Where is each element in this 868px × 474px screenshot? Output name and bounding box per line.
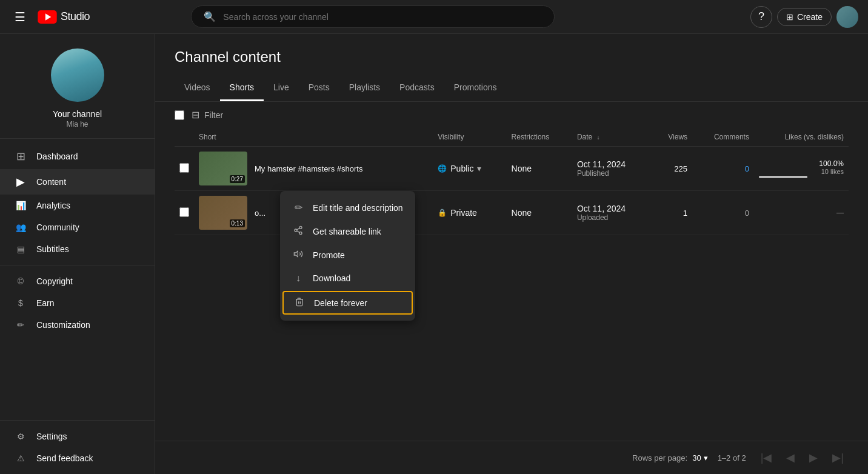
col-restrictions: Restrictions [507,128,572,147]
sidebar-item-settings[interactable]: ⚙ Settings [0,426,155,447]
filter-label: Filter [204,110,223,120]
avatar-image [836,6,858,28]
col-date[interactable]: Date ↓ [572,128,652,147]
row1-dropdown-icon[interactable]: ▾ [477,164,481,173]
filter-button[interactable]: ⊟ Filter [192,109,223,121]
row1-likes-count: 10 likes [759,168,844,175]
logo-text: Studio [61,10,90,23]
sidebar-item-label-subtitles: Subtitles [36,244,69,254]
logo[interactable]: Studio [38,10,90,24]
row1-video-cell: 0:27 My hamster #hamsters #shorts [199,152,428,185]
youtube-icon [38,10,57,24]
page-buttons: |◀ ◀ ▶ ▶| [756,449,849,467]
table-row: 0:13 o... 🔒 Private None [175,191,849,235]
row1-thumbnail: 0:27 [199,152,247,185]
sidebar-item-customization[interactable]: ✏ Customization [0,314,155,336]
context-item-download[interactable]: ↓ Download [280,267,415,290]
body: Your channel Mia he ⊞ Dashboard ▶ Conten… [0,34,868,474]
row2-comments-value: 0 [745,209,749,218]
sidebar-item-copyright[interactable]: © Copyright [0,270,155,292]
sidebar: Your channel Mia he ⊞ Dashboard ▶ Conten… [0,34,155,474]
earn-icon: $ [15,298,27,308]
context-item-edit[interactable]: ✏ Edit title and description [280,196,415,219]
row1-checkbox-cell [175,147,194,191]
tab-posts[interactable]: Posts [299,75,339,101]
col-checkbox [175,128,194,147]
select-all-checkbox[interactable] [175,110,184,120]
content-icon: ▶ [15,175,27,189]
row1-checkbox[interactable] [179,163,189,173]
sidebar-item-earn[interactable]: $ Earn [0,292,155,314]
copyright-icon: © [15,276,27,286]
toolbar: ⊟ Filter [155,102,868,128]
create-icon: ⊞ [786,12,793,22]
svg-point-2 [299,226,302,229]
tab-promotions[interactable]: Promotions [444,75,507,101]
page-title: Channel content [175,48,849,65]
next-page-button[interactable]: ▶ [804,449,823,467]
search-wrapper: 🔍 [191,5,555,28]
row1-title-cell: 0:27 My hamster #hamsters #shorts [194,147,433,191]
context-item-share[interactable]: Get shareable link [280,219,415,243]
sidebar-item-analytics[interactable]: 📊 Analytics [0,195,155,216]
help-button[interactable]: ? [750,6,772,28]
last-page-button[interactable]: ▶| [827,449,849,467]
search-input[interactable] [223,12,542,22]
row2-views: 1 [652,191,692,235]
sidebar-item-content[interactable]: ▶ Content [0,169,155,195]
context-item-delete[interactable]: Delete forever [282,291,413,315]
tab-shorts[interactable]: Shorts [220,75,264,101]
context-delete-label: Delete forever [314,298,367,308]
search-icon: 🔍 [204,11,216,22]
subtitles-icon: ▤ [15,244,27,254]
first-page-button[interactable]: |◀ [756,449,777,467]
context-download-label: Download [313,273,350,283]
prev-page-button[interactable]: ◀ [781,449,800,467]
rows-dropdown-icon: ▾ [704,453,708,462]
sidebar-item-label-dashboard: Dashboard [36,152,78,161]
row1-visibility-text: Public [450,164,473,173]
customization-icon: ✏ [15,320,27,330]
row2-dash: — [836,209,844,217]
row2-visibility-cell: 🔒 Private [433,191,506,235]
settings-icon: ⚙ [15,432,27,441]
table-header-row: Short Visibility Restrictions Date ↓ Vie… [175,128,849,147]
row2-restrictions: None [507,191,572,235]
tab-videos[interactable]: Videos [175,75,220,101]
tab-podcasts[interactable]: Podcasts [390,75,444,101]
sidebar-item-label-earn: Earn [36,298,55,308]
create-label: Create [797,12,823,22]
create-button[interactable]: ⊞ Create [777,8,832,26]
sidebar-item-send-feedback[interactable]: ⚠ Send feedback [0,447,155,469]
rows-per-page-label: Rows per page: [632,453,687,462]
sidebar-item-community[interactable]: 👥 Community [0,216,155,238]
share-icon [292,225,304,237]
tab-playlists[interactable]: Playlists [339,75,390,101]
row1-likes-fill [759,176,807,178]
sidebar-item-dashboard[interactable]: ⊞ Dashboard [0,144,155,169]
tab-live[interactable]: Live [264,75,299,101]
row2-likes-cell: — [754,191,849,235]
row2-checkbox[interactable] [179,207,189,217]
analytics-icon: 📊 [15,201,27,210]
row1-visibility: 🌐 Public ▾ [438,164,501,173]
sidebar-item-subtitles[interactable]: ▤ Subtitles [0,238,155,260]
row1-visibility-cell: 🌐 Public ▾ [433,147,506,191]
svg-line-5 [297,231,300,233]
menu-button[interactable]: ☰ [10,5,30,29]
dashboard-icon: ⊞ [15,150,27,163]
context-edit-label: Edit title and description [313,203,403,213]
header: ☰ Studio 🔍 ? ⊞ Create [0,0,868,34]
context-item-promote[interactable]: Promote [280,243,415,267]
page-header: Channel content [155,34,868,65]
row2-visibility-text: Private [450,208,477,218]
channel-handle: Mia he [66,120,88,129]
channel-avatar-image [51,48,104,102]
row2-visibility: 🔒 Private [438,208,501,218]
sidebar-bottom: ⚙ Settings ⚠ Send feedback [0,420,155,474]
avatar[interactable] [836,6,858,28]
svg-marker-7 [294,251,298,256]
channel-avatar[interactable] [51,48,104,102]
row1-date: Oct 11, 2024 [577,159,647,169]
rows-select[interactable]: 30 ▾ [692,453,707,462]
